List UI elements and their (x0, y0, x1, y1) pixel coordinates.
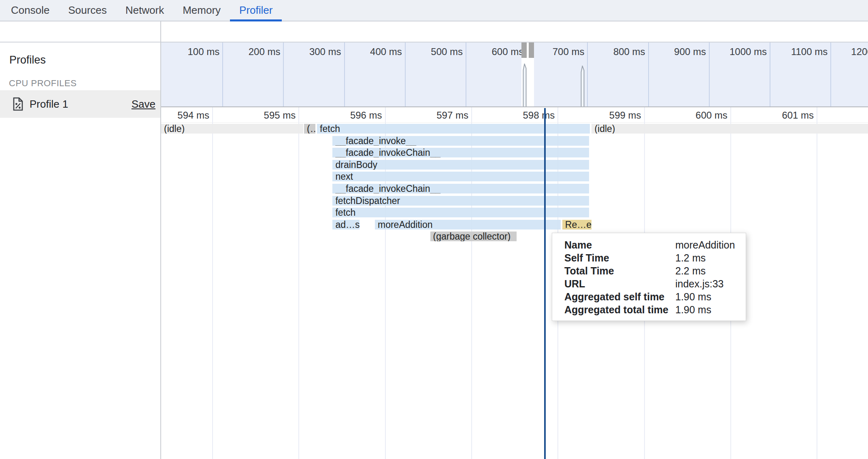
overview-tick-label: 200 ms (211, 46, 280, 57)
flame-bar-idle[interactable]: (idle) (591, 124, 868, 134)
flame-bar-js[interactable]: next (332, 172, 589, 181)
tooltip-label: Self Time (564, 252, 675, 264)
overview-tick-label: 1100 ms (759, 46, 828, 57)
overview-tick-label: 1200 ms (819, 46, 868, 57)
overview-tick-label: 800 ms (577, 46, 645, 57)
flame-bar-js[interactable]: __facade_invokeChain__ (332, 148, 589, 157)
detail-tick-label: 595 ms (227, 110, 296, 121)
flame-bar-js[interactable]: drainBody (332, 160, 589, 170)
cpu-activity-spike (581, 66, 585, 107)
tooltip-label: Aggregated self time (564, 291, 675, 303)
tab-sources[interactable]: Sources (59, 0, 116, 21)
current-time-marker (544, 108, 546, 459)
tab-memory[interactable]: Memory (173, 0, 230, 21)
tab-list: ConsoleSourcesNetworkMemoryProfiler (2, 0, 282, 21)
cpu-activity-spike (523, 64, 527, 107)
flame-chart: NamemoreAdditionSelf Time1.2 msTotal Tim… (161, 107, 868, 459)
ruler-divider (161, 122, 868, 123)
flame-bar-idle[interactable]: (idle) (161, 124, 303, 134)
overview-tick-label: 100 ms (161, 46, 219, 57)
detail-gridline (212, 107, 213, 459)
save-profile-link[interactable]: Save (132, 98, 155, 110)
flame-bar-js[interactable]: fetchDispatcher (332, 196, 589, 206)
tab-profiler[interactable]: Profiler (230, 0, 282, 21)
detail-tick-label: 601 ms (745, 110, 814, 121)
timeline-overview-pane[interactable]: 100 ms200 ms300 ms400 ms500 ms600 ms700 … (161, 42, 868, 107)
overview-tick-label: 400 ms (333, 46, 402, 57)
tab-bar: ConsoleSourcesNetworkMemoryProfiler (0, 0, 868, 21)
tooltip-label: Name (564, 239, 675, 251)
profiles-title: Profiles (9, 54, 46, 66)
tooltip-value: 1.2 ms (675, 252, 706, 264)
flame-bar-js-yellow[interactable]: Re…e (562, 220, 592, 230)
tooltip-row: Aggregated total time1.90 ms (552, 303, 746, 316)
flame-bar-js[interactable]: moreAddition (375, 220, 561, 230)
detail-tick-label: 596 ms (313, 110, 382, 121)
tooltip-label: URL (564, 278, 675, 290)
tooltip-value: 1.90 ms (675, 291, 711, 303)
overview-tick-label: 300 ms (272, 46, 341, 57)
detail-gridline (298, 107, 299, 459)
detail-tick-label: 600 ms (659, 110, 728, 121)
detail-tick-label: 599 ms (572, 110, 641, 121)
flame-bar-js[interactable]: __facade_invoke__ (332, 136, 589, 146)
tab-console[interactable]: Console (2, 0, 59, 21)
tooltip-row: NamemoreAddition (552, 238, 746, 251)
overview-tick-label: 600 ms (455, 46, 523, 57)
flame-bar-js[interactable]: __facade_invokeChain__ (332, 184, 589, 193)
tooltip-row: Self Time1.2 ms (552, 251, 746, 264)
overview-tick-label: 1000 ms (698, 46, 767, 57)
detail-gridline (817, 107, 817, 459)
detail-tick-label: 597 ms (400, 110, 468, 121)
tooltip-row: Aggregated self time1.90 ms (552, 290, 746, 303)
devtools-window: ConsoleSourcesNetworkMemoryProfiler Char… (0, 0, 868, 459)
flame-bar-gc[interactable]: (garbage collector) (430, 232, 517, 241)
detail-tick-label: 594 ms (161, 110, 209, 121)
profile-name: Profile 1 (30, 98, 68, 110)
sidebar: Profiles CPU PROFILES Profile 1 Save (0, 42, 160, 459)
tooltip-value: index.js:33 (675, 278, 724, 290)
profile-document-icon (13, 97, 23, 111)
tooltip-value: 2.2 ms (675, 265, 706, 277)
tooltip-value: 1.90 ms (675, 304, 711, 316)
frame-details-tooltip: NamemoreAdditionSelf Time1.2 msTotal Tim… (552, 233, 746, 321)
toolbar: Chart (0, 21, 868, 42)
selection-left-handle[interactable] (521, 42, 527, 58)
tooltip-label: Total Time (564, 265, 675, 277)
flame-bar-js[interactable]: fetch (332, 208, 589, 217)
flame-bar-js[interactable]: ad…s (332, 220, 359, 230)
selection-right-handle[interactable] (529, 42, 534, 58)
tooltip-value: moreAddition (675, 239, 735, 251)
tooltip-row: URLindex.js:33 (552, 277, 746, 290)
tooltip-label: Aggregated total time (564, 304, 675, 316)
overview-tick-label: 900 ms (637, 46, 706, 57)
flame-bar-js[interactable]: fetch (317, 124, 590, 134)
tooltip-row: Total Time2.2 ms (552, 264, 746, 277)
sidebar-item-profile-1[interactable]: Profile 1 Save (0, 90, 160, 118)
flame-bar-program[interactable]: (… (304, 124, 315, 134)
overview-tick-label: 500 ms (394, 46, 463, 57)
tab-network[interactable]: Network (116, 0, 173, 21)
cpu-profiles-section-label: CPU PROFILES (9, 78, 77, 89)
